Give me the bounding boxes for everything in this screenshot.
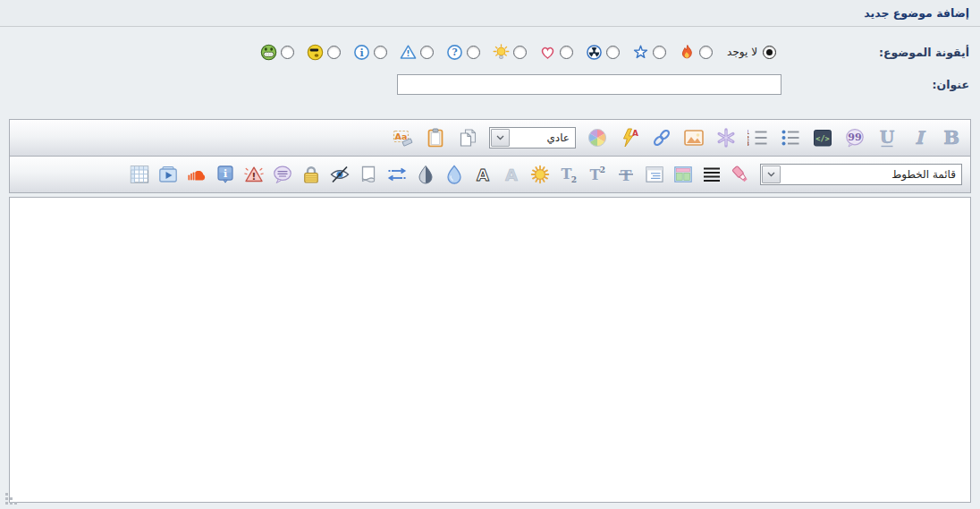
justify-button[interactable] [701,160,722,189]
sun-glow-button[interactable] [529,160,551,189]
colorwheel-icon [587,127,608,148]
superscript-button[interactable]: T2 [587,160,608,189]
svg-text:!: ! [406,48,410,58]
table-layout-button[interactable] [672,160,694,189]
italic-button[interactable]: I [908,123,931,152]
bold-button[interactable]: B [940,123,963,152]
svg-text:Aa: Aa [395,131,408,141]
flame-radio[interactable] [699,46,713,59]
special-symbol-button[interactable] [714,123,738,152]
infobox-icon: i [215,164,236,185]
subscript-button[interactable]: T2 [558,160,579,189]
drop-icon [444,164,465,185]
speech-bubble-button[interactable] [272,160,293,189]
grin-smiley-radio[interactable] [281,46,294,59]
svg-text:A: A [505,165,518,184]
strikethrough-button[interactable]: T [615,160,637,189]
message-body-editor[interactable] [9,197,971,503]
new-topic-form: أيقونة الموضوع: لا يوجد?!i عنوان: [0,27,980,95]
ulist-icon [780,127,801,148]
italic-icon: I [908,126,930,149]
glow-text-button[interactable]: A [501,160,522,189]
alert-triangle-button[interactable]: ! [243,160,265,189]
copy-button[interactable] [456,123,479,152]
soundcloud-icon [186,164,207,185]
topic-icon-option [539,44,573,61]
lock-button[interactable] [300,160,322,189]
sup-icon: T2 [587,164,608,185]
svg-text:</>: </> [815,134,829,143]
paste-button[interactable] [424,123,447,152]
insert-image-button[interactable] [682,123,705,152]
hidden-text-button[interactable] [329,160,351,189]
underline-button[interactable]: U [875,123,899,152]
topic-icon-label: أيقونة الموضوع: [783,46,980,59]
color-wheel-button[interactable] [586,123,609,152]
link-icon [651,127,672,148]
question-circle-radio[interactable] [467,46,480,59]
star-radio[interactable] [653,46,666,59]
video-player-button[interactable] [157,160,179,189]
radiation-radio[interactable] [606,46,620,59]
quote-button[interactable]: 99 [843,123,866,152]
no-icon-radio[interactable] [763,46,776,59]
svg-text:B: B [943,126,959,148]
video-icon [157,164,179,185]
svg-text:!: ! [252,171,257,182]
svg-text:2: 2 [571,175,577,184]
numbered-list-button[interactable]: 123 [747,123,770,152]
grin-smiley-icon [260,44,277,61]
direction-arrows-button[interactable] [386,160,408,189]
svg-text:3: 3 [748,140,749,148]
bullet-list-button[interactable] [779,123,802,152]
outline-text-button[interactable]: A [472,160,494,189]
indent-block-button[interactable] [644,160,665,189]
highlighter-button[interactable] [730,160,751,189]
warning-triangle-radio[interactable] [420,46,434,59]
svg-text:A: A [477,165,489,184]
svg-text:i: i [224,168,227,180]
font-list-select[interactable]: قائمة الخطوط [760,164,962,185]
title-input[interactable] [397,74,781,95]
font-list-select-value: قائمة الخطوط [781,168,961,181]
eyeslash-icon [329,164,351,185]
dropdown-arrow-icon[interactable] [491,129,510,147]
info-tooltip-button[interactable]: i [215,160,236,189]
soundcloud-button[interactable] [186,160,207,189]
columns-icon [672,164,694,185]
radiation-icon [586,44,603,61]
heart-icon [539,44,556,61]
topic-icon-option: ? [446,44,480,61]
flash-icon: A [619,127,640,148]
toolbar-row-2: قائمة الخطوطTT2T2AA!i [10,156,970,192]
info-circle-radio[interactable] [374,46,387,59]
cool-smiley-radio[interactable] [327,46,341,59]
cool-smiley-icon [307,44,324,61]
paragraph-style-select-value: عادي [511,131,575,144]
lightbulb-radio[interactable] [513,46,527,59]
topic-icon-option: ! [400,44,434,61]
editor-toolbar: BIU99</>123AعاديAa قائمة الخطوطTT2T2AA!i [9,119,971,193]
table-grid-button[interactable] [129,160,150,189]
paragraph-style-select[interactable]: عادي [489,127,576,148]
quote-icon: 99 [844,127,866,148]
svg-text:T: T [562,165,572,182]
sun-icon [529,164,551,185]
remove-format-button[interactable]: Aa [392,123,415,152]
indent-icon [644,164,665,185]
contrast-drop-button[interactable] [415,160,436,189]
insert-link-button[interactable] [650,123,673,152]
water-drop-button[interactable] [444,160,465,189]
paste-icon [425,127,446,148]
dropdown-arrow-icon[interactable] [762,165,781,183]
flame-icon [679,44,696,61]
heart-radio[interactable] [560,46,573,59]
svg-text:T: T [590,166,601,183]
flash-text-button[interactable]: A [618,123,641,152]
page-header: إضافة موضوع جديد [0,0,980,27]
resize-grip-icon[interactable] [4,493,19,505]
page-scroll-button[interactable] [358,160,379,189]
svg-text:?: ? [452,47,458,57]
topic-icon-option [632,44,666,61]
code-button[interactable]: </> [811,123,834,152]
